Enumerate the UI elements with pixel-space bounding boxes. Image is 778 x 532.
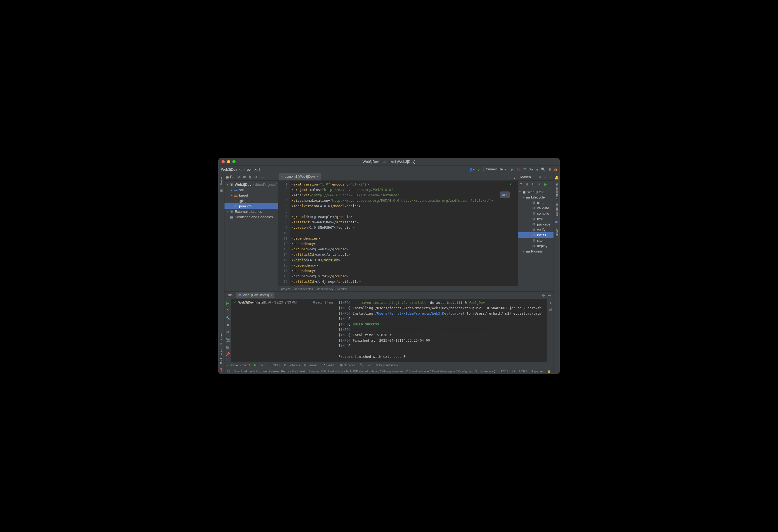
run-tab[interactable]: m Web3jDev [install] × [236,292,275,298]
refresh-icon[interactable]: ⟳ [520,182,523,186]
commit-icon[interactable]: ▣ [220,188,223,192]
tree-root[interactable]: ▾ ▣ Web3jDev ~/IdeaProjects/ [225,182,278,187]
close-window-button[interactable] [222,160,225,163]
breadcrumb-project[interactable]: Web3jDev [221,167,237,172]
hide-panel-icon[interactable]: — [544,175,547,179]
console-output[interactable]: [INFO] --- maven-install-plugin:2.4:inst… [336,299,547,362]
close-tab-icon[interactable]: × [316,175,318,178]
lock-icon[interactable]: 🔒 [547,369,551,373]
add-icon[interactable]: ＋ [538,182,541,187]
run-tab[interactable]: ▶ Run [254,363,263,367]
indent-setting[interactable]: 4 spaces [531,370,543,373]
version-control-tab[interactable]: ⑂ Version Control [227,363,250,367]
run-configuration-selector[interactable]: Current File▾ [483,167,509,172]
collapse-all-icon[interactable]: ⇆ [243,175,246,179]
tree-item-pom[interactable]: m pom.xml [225,203,278,209]
profiler-tab[interactable]: ◔ Profiler [322,363,336,367]
rerun-failed-icon[interactable]: ↻ [226,308,229,313]
pin-icon[interactable]: 📌 [226,352,230,356]
hide-run-icon[interactable]: — [548,293,551,297]
stop-button-icon[interactable]: ■ [536,167,538,172]
status-message[interactable]: Download pre-built shared indexes: Reduc… [234,370,497,373]
generate-sources-icon[interactable]: ⎘ [526,182,528,186]
maven-tree-item[interactable]: ▾▣Web3jDev [518,189,553,194]
expand-icon[interactable]: » [549,175,551,179]
editor-breadcrumbs[interactable]: project›dependencies›dependency›version [279,286,518,291]
expand-icon[interactable]: ⇅ [248,175,251,179]
structure-tool-tab[interactable]: Structure [220,333,223,345]
view-icon[interactable]: 👁 [226,330,230,334]
notifications-tool-tab[interactable]: Notifications [555,183,558,199]
maven-tree-item[interactable]: ⚙site [518,238,553,243]
run-icon[interactable]: ▶ [544,182,547,186]
code-editor[interactable]: <?xml version="1.0" encoding="UTF-8"?><p… [290,181,518,286]
more-icon[interactable]: » [550,182,552,186]
statusbar-square-icon[interactable]: ▢ [227,369,230,373]
file-encoding[interactable]: UTF-8 [519,370,528,373]
search-icon[interactable]: 🔍 [541,167,545,172]
rerun-icon[interactable]: ▶ [226,301,229,305]
run-settings-icon[interactable]: ⚙ [542,293,545,297]
download-icon[interactable]: ⬇ [531,182,534,186]
project-view-selector[interactable]: ▣ P... [226,175,234,179]
line-separator[interactable]: LF [512,370,516,373]
todo-tab[interactable]: ☰ TODO [267,363,280,367]
soft-wrap-icon[interactable]: ⏎ [549,308,552,312]
tree-item-target[interactable]: ▸ ▬ target [225,192,278,198]
coverage-icon[interactable]: ⧉ [524,167,526,172]
maven-tree-item[interactable]: ⚙verify [518,227,553,232]
settings-gear-icon[interactable]: ⚙ [548,167,551,172]
maven-tree-item[interactable]: ⚙validate [518,205,553,211]
maven-tool-tab[interactable]: Maven [555,228,558,237]
maven-tree-item[interactable]: ⚙package [518,221,553,227]
services-tab[interactable]: ▣ Services [340,363,355,367]
maven-tree-item[interactable]: ⚙test [518,216,553,221]
caret-position[interactable]: 177:1 [500,370,508,373]
build-hammer-back-icon[interactable]: ↙ [478,167,481,172]
debug-button-icon[interactable]: 🐞 [517,167,521,172]
bookmarks-tool-tab[interactable]: Bookmarks [220,349,223,364]
layout-icon[interactable]: ▤ [226,345,229,349]
maven-tree-item[interactable]: ▾▬Lifecycle [518,194,553,200]
crumb-item[interactable]: dependencies [295,287,313,290]
tree-item-scratches[interactable]: ▤ Scratches and Consoles [225,214,278,219]
maven-tree-item[interactable]: ▸▬Plugins [518,249,553,254]
maven-tree-item[interactable]: ⚙compile [518,211,553,216]
tree-item-src[interactable]: ▸ ▬ src [225,187,278,192]
profiler-icon[interactable]: ◔▾ [529,167,534,172]
gear-icon[interactable]: ⚙ [538,175,542,179]
maven-tree-item[interactable]: ⚙install [518,232,553,238]
stop-icon[interactable]: ■ [227,323,229,327]
maven-tree-item[interactable]: ⚙deploy [518,243,553,249]
crumb-item[interactable]: version [338,287,347,290]
camera-icon[interactable]: 📷 [226,338,230,342]
run-button-icon[interactable]: ▶ [511,167,514,172]
hide-panel-icon[interactable]: — [260,175,264,179]
notifications-icon[interactable]: 🔔 [555,176,559,180]
terminal-tab[interactable]: ▯ Terminal [304,363,318,367]
minimize-window-button[interactable] [227,160,230,163]
problems-tab[interactable]: ⊘ Problems [284,363,300,367]
breadcrumb-file[interactable]: pom.xml [247,167,260,172]
editor-tab-pom[interactable]: m pom.xml (Web3jDev) × [279,173,321,180]
close-icon[interactable]: × [506,193,508,196]
crumb-item[interactable]: project [281,287,290,290]
database-tool-tab[interactable]: Database [555,203,558,216]
tree-item-ext-libs[interactable]: ▸ ▥ External Libraries [225,209,278,214]
dependencies-tab[interactable]: ▤ Dependencies [376,363,398,367]
pin-icon[interactable]: 📍 [219,368,223,372]
crumb-item[interactable]: dependency [317,287,333,290]
user-icon[interactable]: 👤▾ [469,167,475,172]
ide-logo-icon[interactable]: ◑ [554,167,557,172]
wrench-icon[interactable]: 🔧 [226,316,230,320]
inspection-ok-icon[interactable]: ✔ [510,182,513,186]
scroll-to-end-icon[interactable]: ⤓ [549,301,552,305]
build-tab[interactable]: 🔨 Build [360,363,371,367]
project-tool-tab[interactable]: Project [220,176,223,185]
maven-tree-item[interactable]: ⚙clean [518,200,553,205]
maximize-window-button[interactable] [232,160,236,163]
close-tab-icon[interactable]: × [270,293,272,297]
tab-actions-icon[interactable]: ⋮ [513,175,516,179]
floating-pom-badge[interactable]: m × [500,191,510,198]
tree-item-gitignore[interactable]: ◦ .gitignore [225,198,278,203]
